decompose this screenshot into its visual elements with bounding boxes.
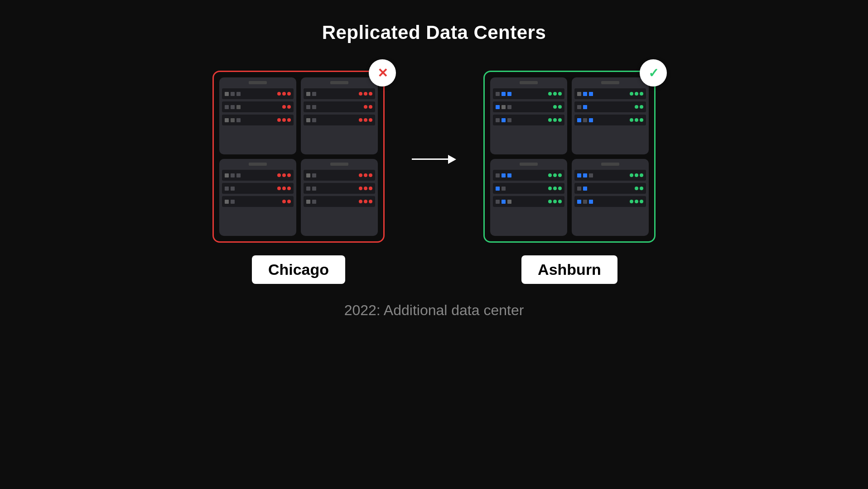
- server-unit: [304, 115, 375, 125]
- server-unit: [222, 115, 294, 125]
- chicago-datacenter: ✕: [212, 71, 385, 284]
- server-unit: [222, 88, 294, 99]
- server-unit: [304, 88, 375, 99]
- server-unit: [493, 183, 564, 194]
- rack-good-4: [572, 159, 649, 236]
- arrow-line: [412, 158, 448, 160]
- server-unit: [222, 183, 294, 194]
- rack-bad-3: [219, 159, 296, 236]
- arrow-head: [448, 155, 456, 164]
- rack-handle: [601, 163, 619, 166]
- rack-handle: [249, 163, 267, 166]
- server-unit: [493, 101, 564, 112]
- server-unit: [493, 115, 564, 125]
- server-unit: [222, 170, 294, 181]
- server-unit: [493, 88, 564, 99]
- rack-handle: [601, 81, 619, 84]
- server-unit: [222, 196, 294, 207]
- chicago-status-icon: ✕: [377, 66, 388, 81]
- server-unit: [493, 196, 564, 207]
- server-unit: [574, 101, 646, 112]
- server-unit: [304, 183, 375, 194]
- chicago-label: Chicago: [252, 255, 345, 284]
- ashburn-status-badge: ✓: [640, 59, 667, 86]
- ashburn-label: Ashburn: [521, 255, 617, 284]
- rack-bad-4: [301, 159, 378, 236]
- rack-handle: [330, 163, 348, 166]
- rack-good-3: [490, 159, 567, 236]
- server-unit: [574, 196, 646, 207]
- rack-bad-2: [301, 77, 378, 154]
- direction-arrow: [412, 155, 456, 164]
- server-unit: [574, 115, 646, 125]
- footer-text: 2022: Additional data center: [344, 302, 524, 319]
- server-unit: [574, 88, 646, 99]
- server-unit: [493, 170, 564, 181]
- server-unit: [222, 101, 294, 112]
- page-title: Replicated Data Centers: [322, 22, 546, 43]
- rack-good-2: [572, 77, 649, 154]
- rack-handle: [520, 163, 538, 166]
- rack-bad-1: [219, 77, 296, 154]
- rack-handle: [520, 81, 538, 84]
- rack-handle: [249, 81, 267, 84]
- server-unit: [304, 170, 375, 181]
- server-unit: [304, 101, 375, 112]
- ashburn-datacenter: ✓: [483, 71, 656, 284]
- diagram: ✕: [212, 71, 656, 284]
- rack-good-1: [490, 77, 567, 154]
- server-unit: [304, 196, 375, 207]
- chicago-box: ✕: [212, 71, 385, 243]
- ashburn-box: ✓: [483, 71, 656, 243]
- rack-handle: [330, 81, 348, 84]
- arrow-container: [412, 155, 456, 164]
- server-unit: [574, 170, 646, 181]
- ashburn-status-icon: ✓: [648, 66, 659, 81]
- server-unit: [574, 183, 646, 194]
- chicago-status-badge: ✕: [369, 59, 396, 86]
